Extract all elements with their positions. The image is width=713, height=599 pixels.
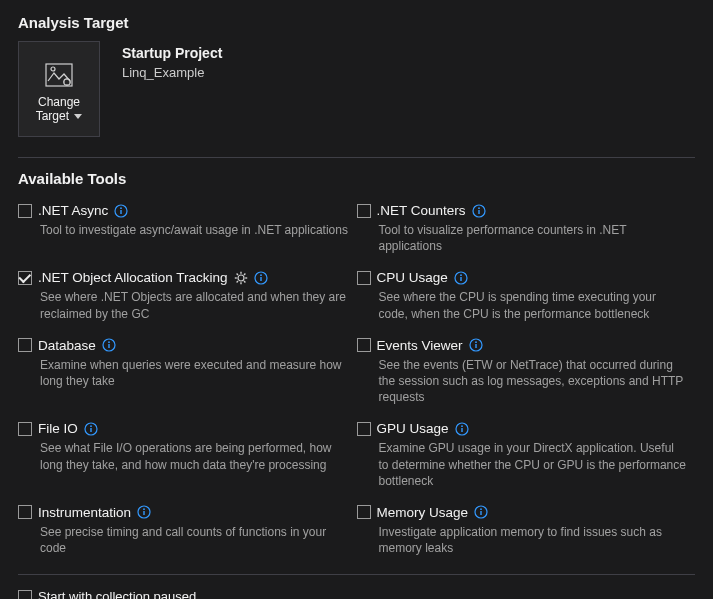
tool-head: Memory Usage	[357, 505, 688, 520]
tool-checkbox-instrumentation[interactable]	[18, 505, 32, 519]
svg-point-19	[260, 274, 262, 276]
tool-head: .NET Async	[18, 203, 349, 218]
tool-checkbox-database[interactable]	[18, 338, 32, 352]
change-target-button[interactable]: Change Target	[18, 41, 100, 137]
tool-net-counters: .NET CountersTool to visualize performan…	[357, 203, 696, 254]
tool-head: .NET Object Allocation Tracking	[18, 270, 349, 285]
tool-title: Instrumentation	[38, 505, 131, 520]
tool-head: Database	[18, 338, 349, 353]
tool-checkbox-memory-usage[interactable]	[357, 505, 371, 519]
tool-head: Instrumentation	[18, 505, 349, 520]
svg-point-22	[460, 274, 462, 276]
section-title-analysis-target: Analysis Target	[18, 14, 695, 31]
info-icon[interactable]	[84, 422, 98, 436]
info-icon[interactable]	[474, 505, 488, 519]
tool-memory-usage: Memory UsageInvestigate application memo…	[357, 505, 696, 556]
tool-net-object-allocation-tracking: .NET Object Allocation TrackingSee where…	[18, 270, 357, 321]
svg-line-17	[244, 273, 245, 274]
tool-title: .NET Object Allocation Tracking	[38, 270, 228, 285]
tool-head: GPU Usage	[357, 421, 688, 436]
svg-point-9	[238, 275, 244, 281]
startup-project-label: Startup Project	[122, 45, 222, 61]
tool-head: Events Viewer	[357, 338, 688, 353]
tools-grid: .NET AsyncTool to investigate async/awai…	[18, 203, 695, 556]
info-icon[interactable]	[137, 505, 151, 519]
tool-checkbox-file-io[interactable]	[18, 422, 32, 436]
svg-line-16	[236, 281, 237, 282]
divider-footer	[18, 574, 695, 575]
tool-description: Examine GPU usage in your DirectX applic…	[357, 440, 688, 489]
svg-point-37	[143, 509, 145, 511]
svg-point-4	[120, 207, 122, 209]
chevron-down-icon	[74, 109, 82, 123]
tool-database: DatabaseExamine when queries were execut…	[18, 338, 357, 406]
svg-rect-8	[478, 210, 479, 214]
tool-cpu-usage: CPU UsageSee where the CPU is spending t…	[357, 270, 696, 321]
info-icon[interactable]	[472, 204, 486, 218]
tool-title: CPU Usage	[377, 270, 448, 285]
tool-checkbox-gpu-usage[interactable]	[357, 422, 371, 436]
svg-point-40	[480, 509, 482, 511]
svg-line-14	[236, 273, 237, 274]
tool-title: GPU Usage	[377, 421, 449, 436]
tool-checkbox-net-counters[interactable]	[357, 204, 371, 218]
svg-rect-20	[260, 277, 261, 281]
tool-description: See what File I/O operations are being p…	[18, 440, 349, 472]
tool-file-io: File IOSee what File I/O operations are …	[18, 421, 357, 489]
info-icon[interactable]	[455, 422, 469, 436]
tool-description: Examine when queries were executed and m…	[18, 357, 349, 389]
svg-rect-35	[461, 428, 462, 432]
svg-rect-38	[143, 511, 144, 515]
info-icon[interactable]	[102, 338, 116, 352]
svg-point-2	[64, 78, 70, 84]
tool-checkbox-events-viewer[interactable]	[357, 338, 371, 352]
svg-point-31	[90, 425, 92, 427]
tool-events-viewer: Events ViewerSee the events (ETW or NetT…	[357, 338, 696, 406]
section-title-available-tools: Available Tools	[18, 170, 695, 187]
tool-description: See the events (ETW or NetTrace) that oc…	[357, 357, 688, 406]
start-paused-checkbox[interactable]	[18, 590, 32, 599]
tool-head: .NET Counters	[357, 203, 688, 218]
svg-rect-26	[108, 344, 109, 348]
tool-net-async: .NET AsyncTool to investigate async/awai…	[18, 203, 357, 254]
tool-checkbox-cpu-usage[interactable]	[357, 271, 371, 285]
tool-title: Memory Usage	[377, 505, 469, 520]
tool-instrumentation: InstrumentationSee precise timing and ca…	[18, 505, 357, 556]
tool-checkbox-net-object-allocation-tracking[interactable]	[18, 271, 32, 285]
svg-rect-32	[90, 428, 91, 432]
target-info: Startup Project Linq_Example	[122, 41, 222, 80]
tool-title: File IO	[38, 421, 78, 436]
tool-title: Database	[38, 338, 96, 353]
gear-icon[interactable]	[234, 271, 248, 285]
tool-description: Tool to visualize performance counters i…	[357, 222, 688, 254]
info-icon[interactable]	[454, 271, 468, 285]
svg-rect-41	[480, 511, 481, 515]
info-icon[interactable]	[254, 271, 268, 285]
target-image-icon	[44, 61, 74, 89]
tool-title: Events Viewer	[377, 338, 463, 353]
tool-checkbox-net-async[interactable]	[18, 204, 32, 218]
tool-head: CPU Usage	[357, 270, 688, 285]
svg-point-25	[108, 342, 110, 344]
tool-description: Tool to investigate async/await usage in…	[18, 222, 349, 238]
svg-point-7	[478, 207, 480, 209]
start-paused-label: Start with collection paused	[38, 589, 196, 599]
divider	[18, 157, 695, 158]
svg-rect-0	[46, 64, 72, 86]
startup-project-name: Linq_Example	[122, 65, 222, 80]
tool-description: See precise timing and call counts of fu…	[18, 524, 349, 556]
svg-line-15	[244, 281, 245, 282]
info-icon[interactable]	[469, 338, 483, 352]
tool-description: Investigate application memory to find i…	[357, 524, 688, 556]
analysis-target-area: Change Target Startup Project Linq_Examp…	[18, 41, 695, 137]
svg-rect-29	[475, 344, 476, 348]
svg-point-34	[461, 425, 463, 427]
tool-title: .NET Counters	[377, 203, 466, 218]
tool-description: See where .NET Objects are allocated and…	[18, 289, 349, 321]
info-icon[interactable]	[114, 204, 128, 218]
tool-gpu-usage: GPU UsageExamine GPU usage in your Direc…	[357, 421, 696, 489]
svg-point-1	[51, 67, 55, 71]
change-target-label: Change Target	[36, 95, 83, 124]
tool-description: See where the CPU is spending time execu…	[357, 289, 688, 321]
svg-rect-5	[121, 210, 122, 214]
